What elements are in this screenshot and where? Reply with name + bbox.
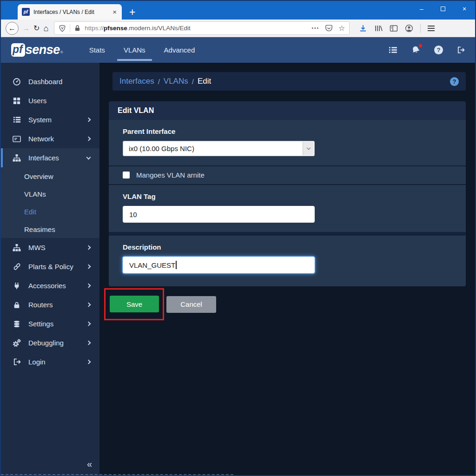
chevron-right-icon: [86, 245, 91, 250]
downloads-icon[interactable]: [359, 24, 367, 33]
sidebar-item-plarts-policy[interactable]: Plarts & Policy: [1, 257, 99, 276]
sidebar-item-label: Interfaces: [28, 154, 59, 162]
page-actions-icon[interactable]: •••: [311, 26, 319, 31]
sidebar-item-label: Login: [28, 358, 46, 366]
chevron-right-icon: [86, 284, 91, 288]
description-value: VLAN_GUEST: [129, 261, 175, 269]
logo-pf-mark: pf: [11, 43, 25, 57]
list-icon: [12, 116, 21, 124]
vlan-checkbox-row: Mangoes VLAN arnite: [109, 165, 466, 184]
parent-interface-select[interactable]: ix0 (10.00 Gbps NIC): [123, 141, 315, 156]
sidebar-item-reasimes[interactable]: Reasimes: [1, 220, 99, 238]
sidebar-item-label: System: [28, 116, 52, 124]
parent-interface-label: Parent Interface: [123, 127, 452, 135]
header-help-icon[interactable]: ?: [434, 46, 443, 54]
nav-vlans[interactable]: VLANs: [124, 37, 145, 63]
notifications-bell-icon[interactable]: [411, 46, 420, 54]
chevron-right-icon: [86, 118, 91, 122]
chevron-right-icon: [86, 303, 91, 307]
maximize-button[interactable]: [432, 1, 454, 17]
minimize-button[interactable]: –: [411, 1, 432, 17]
sidebar-toggle-icon[interactable]: [390, 24, 398, 33]
vlan-tag-value: 10: [129, 211, 137, 218]
signout-icon: [12, 358, 21, 366]
annotation-highlight-box: Save: [104, 288, 164, 320]
logo-sense-text: sense: [26, 43, 60, 57]
hamburger-menu-icon[interactable]: [428, 26, 435, 31]
sidebar-item-settings[interactable]: Settings: [1, 314, 99, 333]
library-icon[interactable]: [374, 24, 383, 33]
vlan-tag-input[interactable]: 10: [123, 206, 315, 223]
url-actions: ••• ☆: [311, 24, 345, 33]
panel-title: Edit VLAN: [109, 101, 466, 120]
forward-button[interactable]: →: [22, 25, 30, 32]
bookmark-star-icon[interactable]: ☆: [338, 24, 345, 33]
sidebar-item-routers[interactable]: Routers: [1, 295, 99, 314]
browser-toolbar: ← → ↻ ⌂ https://pfsense.modern.is/VLANs/…: [1, 20, 475, 37]
vlan-checkbox[interactable]: [123, 172, 130, 178]
breadcrumb-interfaces[interactable]: Interfaces: [119, 77, 154, 86]
sidebar-item-mws[interactable]: MWS: [1, 238, 99, 257]
pocket-icon[interactable]: [325, 24, 333, 32]
chevron-right-icon: [86, 360, 91, 364]
sidebar-item-dashboard[interactable]: Dashboard: [1, 72, 99, 91]
close-button[interactable]: ×: [454, 1, 475, 17]
save-button[interactable]: Save: [110, 296, 159, 312]
sidebar-item-network[interactable]: Network: [1, 129, 99, 148]
nav-advanced[interactable]: Advanced: [164, 37, 195, 63]
sidebar-item-system[interactable]: System: [1, 110, 99, 129]
url-text[interactable]: https://pfsense.modern.is/VLANs/Edit: [85, 25, 308, 32]
sidebar-item-debuggling[interactable]: Debuggling: [1, 333, 99, 352]
cancel-button[interactable]: Cancel: [166, 296, 216, 313]
sidebar-collapse-icon[interactable]: «: [87, 459, 91, 469]
select-dropdown-button[interactable]: [303, 142, 314, 155]
chevron-right-icon: [86, 322, 91, 326]
sidebar-item-accessories[interactable]: Accessories: [1, 276, 99, 295]
sidebar-item-vlans[interactable]: VLANs: [1, 185, 99, 203]
home-button[interactable]: ⌂: [43, 24, 48, 33]
plug-icon: [12, 282, 21, 290]
sidebar-item-label: Dashboard: [28, 78, 62, 86]
sidebar-item-edit[interactable]: Edit: [1, 203, 99, 220]
row-gap: [109, 232, 466, 236]
sidebar-item-overview[interactable]: Overview: [1, 167, 99, 185]
vlan-tag-label: VLAN Tag: [123, 192, 452, 200]
sidebar-item-users[interactable]: Users: [1, 91, 99, 110]
account-icon[interactable]: [405, 24, 413, 33]
bottom-edge-artifact: [1, 474, 233, 475]
description-row: Description VLAN_GUEST: [109, 236, 466, 286]
edit-vlan-panel: Edit VLAN Parent Interface ix0 (10.00 Gb…: [109, 101, 466, 286]
sidebar-item-interfaces[interactable]: Interfaces: [1, 148, 99, 167]
menu-list-icon[interactable]: [389, 46, 397, 54]
breadcrumb-help-icon[interactable]: ?: [450, 77, 459, 86]
back-button[interactable]: ←: [6, 22, 19, 35]
url-bar[interactable]: https://pfsense.modern.is/VLANs/Edit •••…: [54, 21, 350, 35]
sidebar: DashboardUsersSystemNetworkInterfacesOve…: [1, 63, 99, 475]
new-tab-button[interactable]: +: [129, 7, 135, 18]
nav-stats[interactable]: Stats: [89, 37, 105, 63]
sidebar-item-login[interactable]: Login: [1, 352, 99, 371]
notification-dot: [419, 44, 422, 47]
lock-icon[interactable]: [74, 25, 81, 32]
chevron-right-icon: [86, 264, 91, 269]
browser-tab[interactable]: pf Interfaces / VLANs / Edit ×: [18, 4, 122, 20]
reload-button[interactable]: ↻: [33, 25, 40, 32]
sidebar-item-label: MWS: [28, 244, 46, 251]
text-caret: [176, 261, 177, 269]
sidebar-item-label: Settings: [28, 320, 53, 328]
browser-titlebar: pf Interfaces / VLANs / Edit × + – ×: [1, 1, 475, 20]
header-logout-icon[interactable]: [457, 46, 465, 54]
description-label: Description: [123, 243, 452, 251]
tab-close-icon[interactable]: ×: [112, 8, 118, 16]
tab-title: Interfaces / VLANs / Edit: [33, 9, 108, 15]
terminal-icon: [12, 135, 21, 143]
pfsense-favicon: pf: [22, 8, 30, 16]
logo-registered-mark: ®: [60, 50, 63, 54]
tracking-shield-icon[interactable]: [59, 25, 66, 32]
description-input[interactable]: VLAN_GUEST: [123, 257, 315, 273]
pfsense-logo[interactable]: pf sense ®: [11, 43, 63, 57]
window-controls: – ×: [411, 1, 475, 17]
breadcrumb-vlans[interactable]: VLANs: [164, 77, 188, 86]
browser-window: pf Interfaces / VLANs / Edit × + – × ← →…: [0, 0, 476, 476]
link-icon: [12, 263, 21, 271]
